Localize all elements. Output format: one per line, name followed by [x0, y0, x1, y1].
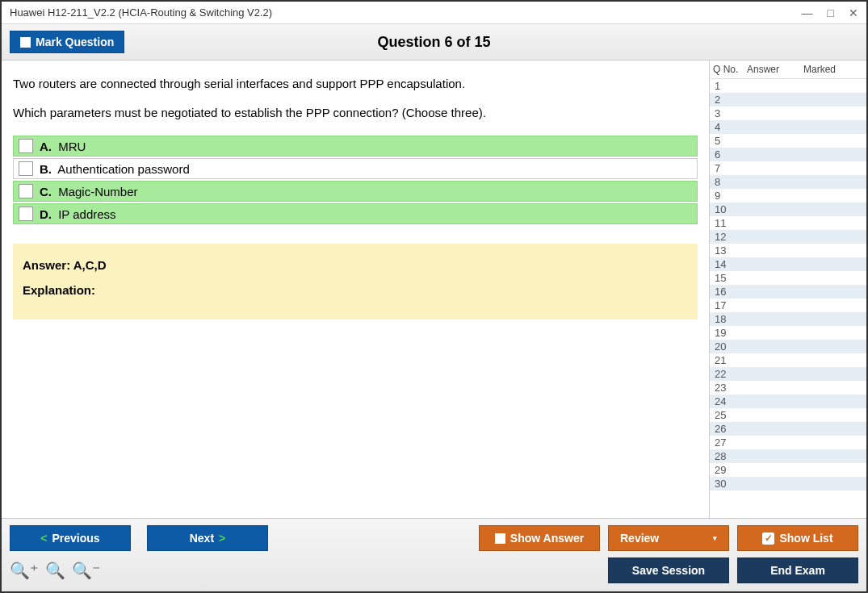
question-line-1: Two routers are connected through serial…: [13, 73, 698, 94]
footer: < Previous Next > Show Answer Review ▾ ✓…: [2, 518, 866, 591]
sidebar-header: Q No. Answer Marked: [710, 61, 866, 79]
zoom-out-icon[interactable]: 🔍⁻: [72, 561, 101, 580]
qlist-row[interactable]: 11: [710, 216, 866, 230]
show-list-button[interactable]: ✓ Show List: [737, 525, 858, 551]
qlist-row[interactable]: 26: [710, 422, 866, 436]
col-qno: Q No.: [713, 64, 747, 75]
checkbox-icon: [19, 139, 33, 153]
app-window: Huawei H12-211_V2.2 (HCIA-Routing & Swit…: [0, 0, 868, 593]
qlist-row[interactable]: 10: [710, 203, 866, 216]
qlist-row[interactable]: 30: [710, 477, 866, 491]
body: Two routers are connected through serial…: [2, 61, 866, 518]
review-button[interactable]: Review ▾: [608, 525, 729, 551]
check-icon: ✓: [762, 532, 774, 545]
main-pane: Two routers are connected through serial…: [2, 61, 709, 518]
end-exam-button[interactable]: End Exam: [737, 558, 858, 583]
minimize-icon[interactable]: —: [802, 6, 813, 19]
save-session-button[interactable]: Save Session: [608, 558, 729, 583]
qlist-row[interactable]: 27: [710, 436, 866, 449]
qlist-row[interactable]: 19: [710, 326, 866, 340]
review-label: Review: [620, 532, 659, 545]
qlist-row[interactable]: 17: [710, 299, 866, 312]
answer-label: Answer: A,C,D: [23, 258, 688, 272]
question-line-2: Which parameters must be negotiated to e…: [13, 102, 698, 123]
checkbox-icon: [19, 207, 33, 221]
end-exam-label: End Exam: [770, 564, 825, 577]
option-B[interactable]: B. Authentication password: [13, 158, 698, 179]
option-D[interactable]: D. IP address: [13, 203, 698, 224]
maximize-icon[interactable]: □: [828, 6, 834, 19]
qlist-row[interactable]: 4: [710, 120, 866, 134]
next-button[interactable]: Next >: [147, 525, 268, 551]
qlist-row[interactable]: 12: [710, 230, 866, 244]
options-list: A. MRUB. Authentication passwordC. Magic…: [13, 136, 698, 224]
dropdown-icon: ▾: [698, 534, 717, 542]
titlebar: Huawei H12-211_V2.2 (HCIA-Routing & Swit…: [2, 2, 866, 24]
header-bar: Mark Question Question 6 of 15: [2, 24, 866, 61]
mark-question-label: Mark Question: [36, 35, 114, 48]
show-answer-button[interactable]: Show Answer: [479, 525, 600, 551]
qlist-row[interactable]: 21: [710, 353, 866, 367]
zoom-in-icon[interactable]: 🔍⁺: [10, 561, 39, 580]
option-label: B. Authentication password: [40, 162, 190, 176]
qlist-row[interactable]: 15: [710, 271, 866, 285]
question-list[interactable]: 1234567891011121314151617181920212223242…: [710, 79, 866, 518]
explanation-label: Explanation:: [23, 283, 688, 297]
question-text: Two routers are connected through serial…: [13, 73, 698, 123]
question-list-sidebar: Q No. Answer Marked 12345678910111213141…: [709, 61, 866, 518]
qlist-row[interactable]: 3: [710, 106, 866, 120]
qlist-row[interactable]: 7: [710, 161, 866, 175]
footer-top: < Previous Next > Show Answer Review ▾ ✓…: [10, 525, 858, 551]
close-icon[interactable]: ✕: [849, 6, 858, 19]
chevron-left-icon: <: [40, 532, 47, 545]
previous-label: Previous: [52, 532, 100, 545]
option-label: D. IP address: [40, 207, 116, 221]
qlist-row[interactable]: 5: [710, 134, 866, 148]
qlist-row[interactable]: 23: [710, 381, 866, 395]
question-number-label: Question 6 of 15: [377, 34, 490, 51]
qlist-row[interactable]: 14: [710, 257, 866, 271]
qlist-row[interactable]: 6: [710, 148, 866, 161]
checkbox-icon: [495, 533, 505, 544]
qlist-row[interactable]: 1: [710, 79, 866, 93]
answer-box: Answer: A,C,D Explanation:: [13, 244, 698, 319]
qlist-row[interactable]: 22: [710, 367, 866, 381]
qlist-row[interactable]: 29: [710, 463, 866, 477]
window-controls: — □ ✕: [802, 6, 858, 19]
option-A[interactable]: A. MRU: [13, 136, 698, 157]
col-answer: Answer: [747, 64, 803, 75]
option-C[interactable]: C. Magic-Number: [13, 181, 698, 202]
chevron-right-icon: >: [219, 532, 225, 545]
footer-bottom: 🔍⁺ 🔍 🔍⁻ Save Session End Exam: [10, 558, 858, 583]
zoom-reset-icon[interactable]: 🔍: [45, 561, 65, 580]
qlist-row[interactable]: 8: [710, 175, 866, 189]
show-list-label: Show List: [779, 532, 832, 545]
qlist-row[interactable]: 24: [710, 395, 866, 408]
option-label: C. Magic-Number: [40, 185, 138, 198]
checkbox-icon: [19, 161, 33, 176]
mark-question-button[interactable]: Mark Question: [10, 31, 124, 53]
qlist-row[interactable]: 16: [710, 285, 866, 299]
window-title: Huawei H12-211_V2.2 (HCIA-Routing & Swit…: [10, 6, 272, 19]
checkbox-icon: [19, 184, 33, 198]
qlist-row[interactable]: 2: [710, 93, 866, 106]
qlist-row[interactable]: 25: [710, 408, 866, 422]
zoom-controls: 🔍⁺ 🔍 🔍⁻: [10, 561, 101, 580]
qlist-row[interactable]: 20: [710, 340, 866, 353]
checkbox-icon: [20, 37, 31, 48]
col-marked: Marked: [803, 64, 863, 75]
show-answer-label: Show Answer: [510, 532, 584, 545]
qlist-row[interactable]: 28: [710, 449, 866, 463]
option-label: A. MRU: [40, 140, 86, 153]
qlist-row[interactable]: 18: [710, 312, 866, 326]
previous-button[interactable]: < Previous: [10, 525, 131, 551]
save-session-label: Save Session: [632, 564, 705, 577]
next-label: Next: [190, 532, 214, 545]
qlist-row[interactable]: 13: [710, 244, 866, 257]
qlist-row[interactable]: 9: [710, 189, 866, 203]
